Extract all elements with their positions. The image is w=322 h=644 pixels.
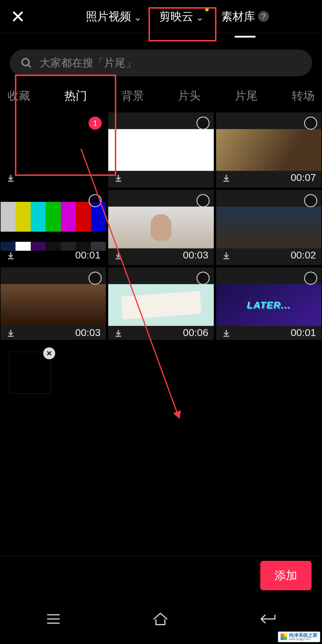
watermark-url: www.ycwjjy.com <box>289 638 318 641</box>
clip-thumbnail <box>1 284 106 326</box>
select-circle[interactable] <box>196 117 210 130</box>
download-icon <box>222 251 231 260</box>
clip-card[interactable]: LATER... 00:01 <box>216 267 321 343</box>
clip-thumbnail <box>108 284 213 326</box>
nav-menu-button[interactable] <box>45 612 61 627</box>
category-tab-favorites[interactable]: 收藏 <box>7 88 30 103</box>
selection-order-badge: 1 <box>89 117 102 130</box>
clip-duration: 00:01 <box>291 327 316 338</box>
watermark: 纯净系统之家 www.ycwjjy.com <box>278 631 320 642</box>
category-tab-background[interactable]: 背景 <box>121 88 144 103</box>
header-bar: 照片视频 剪映云 素材库 ? <box>0 0 322 33</box>
download-icon <box>114 328 123 338</box>
download-icon <box>6 173 16 183</box>
clip-card[interactable]: 00:07 <box>216 112 321 188</box>
select-circle[interactable] <box>304 117 317 130</box>
clip-card[interactable]: 00:06 <box>108 267 213 343</box>
category-tabs: 收藏 热门 背景 片头 片尾 转场 <box>0 76 322 112</box>
clip-thumbnail: LATER... <box>216 284 321 326</box>
clip-grid: 1 00:07 00:01 00:03 <box>0 112 322 343</box>
watermark-title: 纯净系统之家 <box>289 633 318 638</box>
clip-card[interactable]: 00:03 <box>1 267 106 343</box>
download-icon <box>222 328 231 338</box>
clip-duration: 00:02 <box>291 249 316 261</box>
category-tab-outro[interactable]: 片尾 <box>235 88 258 103</box>
select-circle[interactable] <box>304 194 317 207</box>
download-icon <box>6 251 16 260</box>
add-button[interactable]: 添加 <box>260 561 312 590</box>
bottom-bar: 添加 <box>0 556 322 595</box>
select-circle[interactable] <box>89 272 102 285</box>
svg-point-0 <box>22 59 29 66</box>
select-circle[interactable] <box>304 272 317 285</box>
clip-card[interactable]: 00:01 <box>1 190 106 265</box>
remove-selected-button[interactable] <box>43 347 55 359</box>
category-tab-intro[interactable]: 片头 <box>178 88 201 103</box>
nav-back-button[interactable] <box>259 612 277 627</box>
clip-card[interactable]: 00:02 <box>216 190 321 265</box>
search-input[interactable]: 大家都在搜「片尾」 <box>10 49 312 76</box>
nav-home-button[interactable] <box>152 612 169 628</box>
chevron-down-icon <box>196 13 203 20</box>
download-icon <box>114 251 123 260</box>
clip-overlay-text: LATER... <box>247 300 291 311</box>
clip-duration: 00:03 <box>183 249 208 261</box>
selected-clip-thumb[interactable] <box>9 352 51 394</box>
category-tab-transition[interactable]: 转场 <box>292 88 315 103</box>
clip-duration: 00:01 <box>75 249 100 261</box>
header-tabs: 照片视频 剪映云 素材库 ? <box>42 9 313 24</box>
tab-photos-videos[interactable]: 照片视频 <box>86 9 141 24</box>
annotation-arrow-head <box>173 410 183 420</box>
select-circle[interactable] <box>196 272 210 285</box>
tab-label: 照片视频 <box>86 9 131 24</box>
select-circle[interactable] <box>89 194 102 207</box>
clip-card[interactable] <box>108 112 213 188</box>
close-button[interactable] <box>9 7 27 25</box>
system-nav-bar <box>0 595 322 644</box>
clip-duration: 00:03 <box>75 327 100 338</box>
tab-material-library[interactable]: 素材库 ? <box>221 9 269 24</box>
notification-dot <box>205 8 209 11</box>
download-icon <box>114 173 123 183</box>
svg-line-1 <box>28 65 31 67</box>
clip-duration: 00:07 <box>291 172 316 183</box>
selection-tray <box>0 340 322 405</box>
divider <box>0 33 322 33</box>
clip-thumbnail <box>108 207 213 248</box>
clip-duration: 00:06 <box>183 327 208 338</box>
search-icon <box>20 57 32 69</box>
help-icon[interactable]: ? <box>258 11 269 22</box>
download-icon <box>6 328 16 338</box>
tab-label: 剪映云 <box>159 9 193 24</box>
clip-card[interactable]: 1 <box>1 112 106 188</box>
tab-label: 素材库 <box>221 9 255 24</box>
chevron-down-icon <box>134 13 141 20</box>
download-icon <box>222 173 231 183</box>
select-circle[interactable] <box>196 194 210 207</box>
search-placeholder: 大家都在搜「片尾」 <box>40 56 136 70</box>
clip-thumbnail <box>108 129 213 171</box>
tab-jianying-cloud[interactable]: 剪映云 <box>159 9 203 24</box>
clip-card[interactable]: 00:03 <box>108 190 213 265</box>
category-tab-hot[interactable]: 热门 <box>64 88 87 103</box>
clip-thumbnail <box>216 129 321 171</box>
clip-thumbnail <box>216 207 321 248</box>
watermark-logo-icon <box>281 634 287 640</box>
